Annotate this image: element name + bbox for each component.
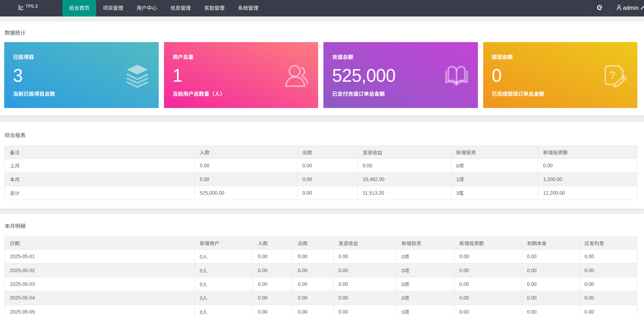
svg-text:?: ?: [609, 69, 616, 81]
